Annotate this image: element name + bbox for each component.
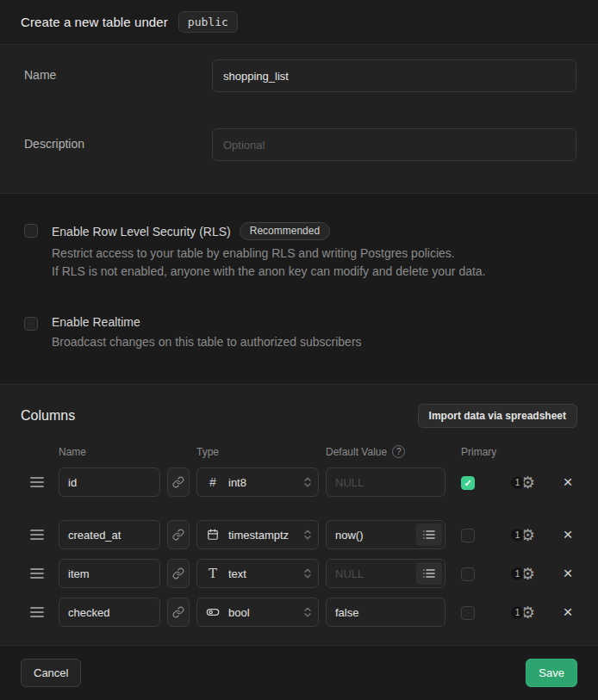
column-type-value: timestamptz: [228, 529, 296, 542]
toggle-icon: [205, 605, 221, 619]
general-fields-section: Name Description: [0, 45, 598, 193]
column-settings-button[interactable]: 1 ⚙: [511, 527, 549, 543]
remove-column-button[interactable]: ×: [556, 520, 580, 549]
save-button[interactable]: Save: [526, 659, 577, 687]
description-field-row: Description: [24, 128, 576, 161]
text-icon: T: [205, 566, 221, 581]
link-icon: [172, 606, 184, 618]
foreign-key-link-button[interactable]: [167, 520, 190, 549]
realtime-description: Broadcast changes on this table to autho…: [52, 333, 362, 351]
close-icon: ×: [563, 564, 572, 583]
default-value-cell: [326, 520, 445, 549]
foreign-key-link-button[interactable]: [167, 598, 190, 627]
link-icon: [172, 567, 184, 579]
drag-handle-icon[interactable]: [24, 520, 50, 549]
options-section: Enable Row Level Security (RLS) Recommen…: [0, 193, 598, 385]
columns-section: Columns Import data via spreadsheet Name…: [0, 385, 598, 645]
primary-checkbox[interactable]: [461, 567, 475, 581]
col-header-primary: Primary: [452, 446, 504, 458]
list-icon: [423, 530, 435, 540]
settings-count-badge: 1: [511, 606, 524, 619]
primary-checkbox[interactable]: [461, 529, 475, 542]
column-row-id: # int8 ✓ 1 ⚙ ×: [21, 468, 577, 497]
foreign-key-link-button[interactable]: [167, 559, 190, 588]
drag-handle-icon[interactable]: [24, 598, 50, 627]
remove-column-button[interactable]: ×: [556, 559, 580, 588]
link-icon: [172, 529, 184, 541]
default-value-cell: [326, 598, 445, 627]
primary-cell: [452, 527, 504, 542]
name-field-row: Name: [24, 59, 576, 92]
column-name-input[interactable]: [59, 559, 160, 588]
column-type-select[interactable]: bool: [196, 598, 319, 627]
chevron-up-down-icon: [303, 606, 312, 618]
column-name-input[interactable]: [59, 520, 160, 549]
realtime-texts: Enable Realtime Broadcast changes on thi…: [52, 315, 362, 351]
calendar-icon: [205, 529, 221, 541]
rls-label: Enable Row Level Security (RLS): [52, 225, 231, 238]
chevron-up-down-icon: [303, 476, 312, 488]
column-name-input[interactable]: [59, 598, 160, 627]
column-type-value: bool: [228, 606, 296, 619]
settings-count-badge: 1: [511, 567, 524, 580]
columns-heading: Columns: [21, 408, 75, 424]
remove-column-button[interactable]: ×: [556, 468, 580, 497]
col-header-name: Name: [59, 446, 160, 458]
dialog-title: Create a new table under: [21, 15, 168, 29]
chevron-up-down-icon: [303, 529, 312, 541]
rls-checkbox[interactable]: [24, 224, 38, 238]
close-icon: ×: [563, 525, 572, 544]
column-settings-button[interactable]: 1 ⚙: [511, 604, 549, 621]
help-icon[interactable]: ?: [392, 445, 405, 458]
column-settings-button[interactable]: 1 ⚙: [511, 474, 549, 491]
dialog-header: Create a new table under public: [0, 0, 598, 45]
dialog-footer: Cancel Save: [0, 645, 598, 700]
column-settings-button[interactable]: 1 ⚙: [511, 566, 549, 582]
column-type-select[interactable]: # int8: [196, 468, 319, 497]
description-field-label: Description: [24, 128, 212, 161]
import-spreadsheet-button[interactable]: Import data via spreadsheet: [418, 404, 577, 428]
foreign-key-link-button[interactable]: [167, 468, 190, 497]
realtime-checkbox[interactable]: [24, 317, 38, 331]
link-icon: [172, 476, 184, 488]
cancel-button[interactable]: Cancel: [21, 659, 81, 687]
col-header-default: Default Value: [326, 446, 387, 458]
column-type-select[interactable]: T text: [196, 559, 319, 588]
column-type-select[interactable]: timestamptz: [196, 520, 319, 549]
default-suggestions-button[interactable]: [416, 523, 442, 546]
rls-toggle-group: Enable Row Level Security (RLS) Recommen…: [24, 222, 574, 281]
close-icon: ×: [563, 473, 572, 492]
primary-checkbox[interactable]: ✓: [461, 476, 475, 490]
realtime-label: Enable Realtime: [52, 315, 140, 329]
rls-description-line1: Restrict access to your table by enablin…: [52, 245, 486, 263]
primary-checkbox[interactable]: [461, 606, 475, 620]
schema-badge: public: [178, 11, 238, 33]
rls-description-line2: If RLS is not enabled, anyone with the a…: [52, 263, 486, 281]
drag-handle-icon[interactable]: [24, 559, 50, 588]
hash-icon: #: [205, 475, 221, 489]
name-field-label: Name: [24, 59, 212, 92]
columns-header-row: Name Type Default Value ? Primary: [21, 445, 577, 458]
default-value-cell: [326, 559, 445, 588]
drag-handle-icon[interactable]: [24, 468, 50, 497]
table-name-input[interactable]: [212, 59, 576, 92]
primary-cell: [452, 566, 504, 581]
default-value-cell: [326, 468, 445, 497]
col-header-type: Type: [196, 446, 319, 458]
column-row-checked: bool 1 ⚙ ×: [21, 598, 577, 627]
primary-cell: ✓: [452, 474, 504, 490]
default-value-input[interactable]: [326, 468, 445, 497]
column-name-input[interactable]: [59, 468, 160, 497]
chevron-up-down-icon: [303, 567, 312, 579]
column-row-item: T text 1 ⚙ ×: [21, 559, 577, 588]
default-value-input[interactable]: [326, 598, 445, 627]
settings-count-badge: 1: [511, 476, 524, 489]
primary-cell: [452, 604, 504, 620]
column-type-value: int8: [228, 476, 296, 489]
default-suggestions-button[interactable]: [416, 562, 442, 585]
table-description-input[interactable]: [212, 128, 576, 161]
rls-texts: Enable Row Level Security (RLS) Recommen…: [52, 222, 486, 281]
list-icon: [423, 568, 435, 579]
column-row-created-at: timestamptz 1 ⚙ ×: [21, 520, 577, 549]
remove-column-button[interactable]: ×: [556, 598, 580, 627]
